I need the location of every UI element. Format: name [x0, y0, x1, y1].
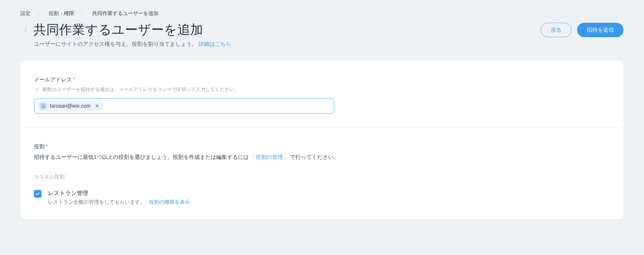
email-section: メールアドレス* 複数のユーザーを招待する場合は、メールアドレスをコ — [20, 61, 624, 127]
role-section: 役割* 招待するユーザーに最低1つ以上の役割を選びましょう。役割を作成または編集… — [20, 127, 624, 219]
email-chip: tarosan@wix.com ✕ — [38, 101, 103, 111]
back-button[interactable]: 戻る — [541, 23, 571, 37]
breadcrumb-item-settings[interactable]: 設定 — [20, 10, 31, 17]
breadcrumb-item-add-collaborator: 共同作業するユーザーを追加 — [92, 10, 159, 17]
remove-chip-icon[interactable]: ✕ — [95, 103, 99, 109]
email-chip-text: tarosan@wix.com — [50, 103, 90, 109]
send-invite-button[interactable]: 招待を送信 — [577, 23, 624, 37]
svg-line-6 — [35, 87, 35, 88]
email-label: メールアドレス* — [34, 76, 610, 83]
svg-point-0 — [35, 88, 38, 90]
role-title: レストラン管理 — [48, 189, 610, 197]
custom-role-label: カスタム役割 — [34, 174, 610, 180]
email-helper: 複数のユーザーを招待する場合は、メールアドレスをコンマで区切って入力してください… — [34, 86, 610, 93]
avatar-icon — [40, 103, 47, 110]
breadcrumb-item-roles[interactable]: 役割・権限 — [49, 10, 74, 17]
role-description-text: 招待するユーザーに最低1つ以上の役割を選びましょう。役割を作成または編集するには… — [34, 153, 610, 161]
role-item-description: レストラン全般の管理をしてもらいます。 役割の権限を表示 — [48, 199, 610, 206]
chevron-right-icon: 〉 — [81, 10, 86, 17]
page-title: 共同作業するユーザーを追加 — [33, 21, 203, 38]
back-arrow-icon[interactable]: 〈 — [20, 25, 27, 35]
chevron-right-icon: 〉 — [37, 10, 42, 17]
breadcrumb: 設定 〉 役割・権限 〉 共同作業するユーザーを追加 — [20, 10, 624, 17]
page-subtitle: ユーザーにサイトのアクセス権を与え、役割を割り当てましょう。 詳細はこちら — [34, 40, 624, 48]
email-input[interactable]: tarosan@wix.com ✕ — [34, 98, 334, 114]
lightbulb-icon — [34, 87, 40, 93]
svg-point-8 — [43, 104, 44, 106]
role-item: レストラン管理 レストラン全般の管理をしてもらいます。 役割の権限を表示 — [34, 189, 610, 206]
role-label: 役割* — [34, 143, 610, 150]
manage-roles-link[interactable]: 「役割の管理」 — [250, 154, 288, 160]
role-checkbox[interactable] — [34, 190, 42, 198]
main-card: メールアドレス* 複数のユーザーを招待する場合は、メールアドレスをコ — [20, 61, 624, 219]
show-permissions-link[interactable]: 役割の権限を表示 — [149, 199, 190, 205]
svg-line-7 — [38, 87, 39, 88]
learn-more-link[interactable]: 詳細はこちら — [199, 41, 231, 47]
